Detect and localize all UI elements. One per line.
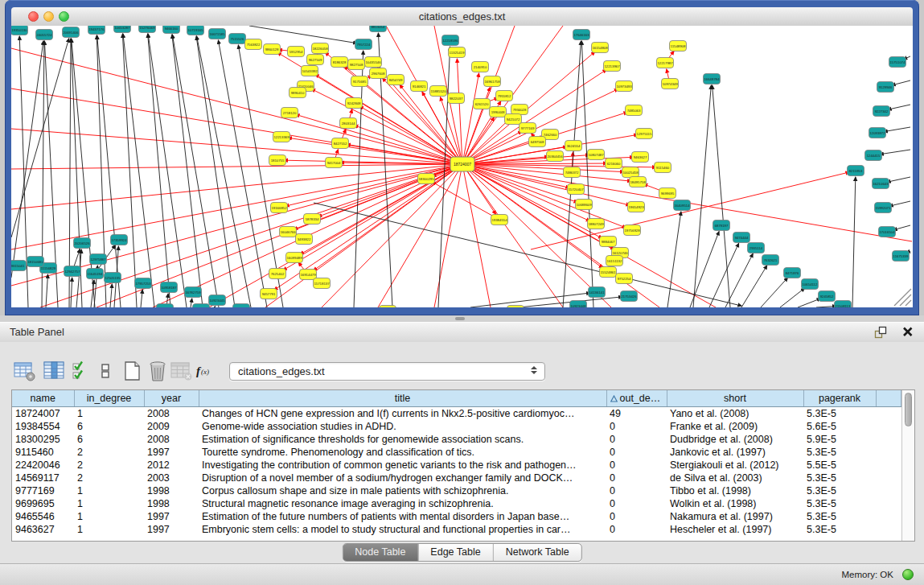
table-cell[interactable]: 14569117	[12, 472, 74, 484]
graph-node[interactable]: 16409514	[674, 200, 691, 211]
graph-edge[interactable]	[11, 41, 43, 278]
graph-edge[interactable]	[725, 253, 753, 307]
graph-node[interactable]: 3493822	[296, 234, 313, 245]
table-cell[interactable]: 0	[606, 446, 667, 459]
split-pane-divider[interactable]	[0, 315, 924, 322]
graph-node[interactable]: 12213967	[604, 61, 621, 72]
graph-node[interactable]: 10923448	[570, 301, 587, 308]
table-cell[interactable]: 0	[606, 484, 667, 497]
graph-node[interactable]: 20531796	[380, 306, 396, 308]
table-cell[interactable]: 5.5E-5	[803, 459, 876, 472]
graph-node[interactable]: 17359924	[111, 235, 128, 245]
table-cell[interactable]: 9115460	[12, 446, 74, 459]
table-cell[interactable]: 0	[606, 459, 667, 472]
table-cell[interactable]: 0	[606, 497, 667, 510]
graph-node[interactable]: 16046766	[280, 227, 297, 237]
column-header-name[interactable]: name	[12, 390, 74, 407]
graph-edge[interactable]	[880, 150, 910, 154]
graph-node[interactable]: 1244415	[865, 150, 882, 161]
graph-node[interactable]: 20364456	[547, 151, 564, 162]
graph-node[interactable]: 15885520	[430, 86, 447, 97]
table-cell[interactable]: Hescheler et al. (1997)	[667, 523, 803, 536]
show-columns-icon[interactable]	[43, 360, 66, 382]
graph-node[interactable]: 19756928	[624, 225, 641, 236]
graph-node[interactable]: 9242848	[346, 98, 363, 109]
graph-node[interactable]: 9421072	[505, 114, 522, 125]
graph-node[interactable]: 18226058	[312, 43, 329, 54]
graph-node[interactable]: 1810755	[269, 155, 286, 166]
graph-edge[interactable]	[462, 164, 630, 205]
graph-node[interactable]: 10025458	[622, 167, 639, 178]
graph-node[interactable]: 10974349	[662, 79, 679, 89]
graph-node[interactable]: 24055724	[36, 30, 53, 40]
graph-node[interactable]: 16151132	[606, 256, 623, 266]
graph-edge[interactable]	[741, 266, 767, 307]
tab-edge-table[interactable]: Edge Table	[418, 544, 493, 561]
graph-node[interactable]: 7632621	[762, 255, 779, 266]
table-cell[interactable]: 5.3E-5	[803, 446, 876, 459]
graph-node[interactable]: 2935114	[748, 243, 765, 253]
table-cell[interactable]: 19384554	[12, 420, 74, 433]
graph-node[interactable]: 9245852	[819, 291, 836, 302]
graph-node[interactable]: 8427552	[332, 138, 349, 149]
graph-node[interactable]: 9822037	[448, 93, 465, 104]
graph-node[interactable]: 7955812	[496, 91, 513, 101]
table-cell[interactable]: Genome-wide association studies in ADHD.	[199, 420, 606, 433]
graph-edge[interactable]	[172, 35, 203, 307]
close-panel-icon[interactable]	[901, 325, 914, 338]
graph-edge[interactable]	[761, 278, 788, 307]
table-cell[interactable]: 0	[606, 420, 667, 433]
graph-node[interactable]: 10719165	[187, 26, 204, 35]
table-select-dropdown[interactable]: citations_edges.txt	[229, 362, 545, 381]
graph-edge[interactable]	[780, 288, 805, 307]
table-cell[interactable]: Estimation of significance thresholds fo…	[199, 433, 606, 446]
graph-edge[interactable]	[196, 36, 235, 307]
table-cell[interactable]: 2	[74, 459, 144, 472]
table-cell[interactable]: 2003	[144, 472, 199, 484]
table-cell[interactable]: Changes of HCN gene expression and I(f) …	[199, 407, 606, 421]
table-cell[interactable]: 1998	[144, 497, 199, 510]
graph-edge[interactable]	[141, 290, 142, 307]
graph-node[interactable]: 15720407	[568, 184, 585, 195]
graph-node[interactable]: 10807487	[588, 150, 605, 160]
table-row[interactable]: 1938455462009Genome-wide association stu…	[12, 420, 901, 433]
table-row[interactable]: 1830029562008Estimation of significance …	[12, 433, 901, 446]
graph-node[interactable]: 10543392	[302, 66, 318, 76]
graph-node[interactable]: 20206526	[74, 238, 91, 249]
graph-node[interactable]: 20691406	[63, 27, 80, 38]
column-header-out-degree[interactable]: out_de…	[606, 390, 667, 407]
graph-node[interactable]: 9115460	[655, 163, 671, 173]
graph-node[interactable]: 7515526	[229, 34, 246, 44]
graph-node[interactable]: 9466160	[163, 26, 180, 34]
table-cell[interactable]: 1	[74, 484, 144, 497]
graph-node[interactable]: 16961758	[484, 76, 501, 87]
table-cell[interactable]: 6	[74, 420, 144, 433]
table-cell[interactable]: Tibbo et al. (1998)	[667, 484, 803, 497]
graph-node[interactable]: 7625402	[269, 269, 286, 279]
table-cell[interactable]: 2	[74, 472, 144, 484]
graph-node[interactable]: 12093872	[869, 128, 886, 138]
table-row[interactable]: 946362711997Embryonic stem cells: a mode…	[12, 523, 901, 536]
column-header-in-degree[interactable]: in_degree	[74, 390, 144, 407]
graph-edge[interactable]	[172, 35, 219, 307]
graph-node[interactable]: 9860128	[264, 44, 281, 55]
table-cell[interactable]: Franke et al. (2009)	[667, 420, 803, 433]
column-header-year[interactable]: year	[144, 390, 199, 407]
resize-grip[interactable]	[894, 289, 911, 306]
table-row[interactable]: 2242004622012Investigating the contribut…	[12, 459, 901, 472]
table-cell[interactable]: 22420046	[12, 459, 74, 472]
graph-edge[interactable]	[693, 85, 711, 307]
graph-node[interactable]: 9175685	[351, 76, 368, 87]
table-cell[interactable]: 1	[74, 497, 144, 510]
column-header-pagerank[interactable]: pagerank	[803, 390, 876, 407]
table-row[interactable]: 946554611997Estimation of the future num…	[12, 510, 901, 523]
table-cell[interactable]: Stergiakouli et al. (2012)	[667, 459, 803, 472]
graph-edge[interactable]	[197, 36, 251, 307]
graph-node[interactable]: 17646163	[573, 30, 590, 40]
table-cell[interactable]: 2012	[144, 459, 199, 472]
graph-node[interactable]: 10435546	[365, 57, 382, 68]
graph-edge[interactable]	[314, 203, 741, 306]
table-scrollbar[interactable]	[901, 390, 914, 541]
graph-node[interactable]: 19437176	[88, 26, 105, 35]
graph-node[interactable]: 16914479	[300, 270, 317, 280]
